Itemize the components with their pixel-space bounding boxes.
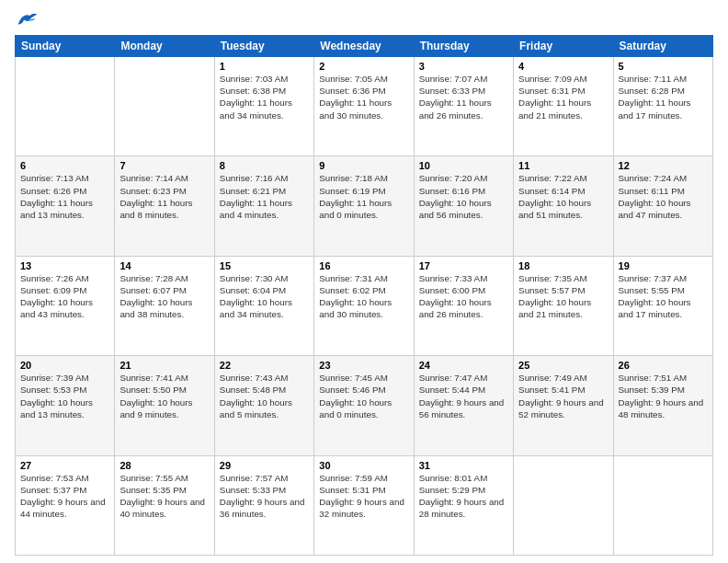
calendar-cell: 14Sunrise: 7:28 AM Sunset: 6:07 PM Dayli… [115,256,214,355]
calendar-cell: 9Sunrise: 7:18 AM Sunset: 6:19 PM Daylig… [314,156,414,256]
day-number: 29 [220,460,309,471]
day-number: 1 [220,61,309,72]
calendar-cell: 11Sunrise: 7:22 AM Sunset: 6:14 PM Dayli… [514,156,613,256]
calendar-cell: 22Sunrise: 7:43 AM Sunset: 5:48 PM Dayli… [214,356,313,455]
day-number: 8 [220,160,309,171]
calendar-cell [115,57,214,156]
calendar-cell: 3Sunrise: 7:07 AM Sunset: 6:33 PM Daylig… [414,57,513,156]
day-number: 17 [419,260,508,271]
day-number: 26 [619,360,708,371]
calendar-cell: 1Sunrise: 7:03 AM Sunset: 6:38 PM Daylig… [214,57,313,156]
calendar-header-row: SundayMondayTuesdayWednesdayThursdayFrid… [16,36,713,57]
logo-bird-icon [17,11,39,28]
day-number: 28 [119,460,209,471]
weekday-header: Tuesday [214,36,313,57]
day-info: Sunrise: 7:39 AM Sunset: 5:53 PM Dayligh… [20,372,109,420]
calendar-cell: 25Sunrise: 7:49 AM Sunset: 5:41 PM Dayli… [514,356,613,455]
calendar-week-row: 20Sunrise: 7:39 AM Sunset: 5:53 PM Dayli… [16,356,713,455]
logo-text [15,11,39,28]
day-number: 16 [319,260,408,271]
day-number: 12 [619,160,708,171]
day-number: 2 [319,61,408,72]
day-info: Sunrise: 7:35 AM Sunset: 5:57 PM Dayligh… [518,272,608,321]
weekday-header: Monday [115,36,214,57]
day-number: 21 [119,360,209,371]
day-number: 3 [419,61,508,72]
day-info: Sunrise: 7:55 AM Sunset: 5:35 PM Dayligh… [119,472,209,521]
day-number: 14 [119,260,209,271]
day-info: Sunrise: 7:18 AM Sunset: 6:19 PM Dayligh… [319,172,408,221]
calendar-cell: 13Sunrise: 7:26 AM Sunset: 6:09 PM Dayli… [16,256,115,355]
day-info: Sunrise: 7:07 AM Sunset: 6:33 PM Dayligh… [419,73,508,121]
day-info: Sunrise: 8:01 AM Sunset: 5:29 PM Dayligh… [419,472,508,521]
day-info: Sunrise: 7:26 AM Sunset: 6:09 PM Dayligh… [20,272,109,321]
calendar-cell: 29Sunrise: 7:57 AM Sunset: 5:33 PM Dayli… [214,455,313,555]
day-info: Sunrise: 7:03 AM Sunset: 6:38 PM Dayligh… [220,73,309,121]
day-number: 5 [619,61,708,72]
day-info: Sunrise: 7:53 AM Sunset: 5:37 PM Dayligh… [20,472,109,521]
calendar-cell: 21Sunrise: 7:41 AM Sunset: 5:50 PM Dayli… [115,356,214,455]
day-number: 11 [518,160,608,171]
day-info: Sunrise: 7:28 AM Sunset: 6:07 PM Dayligh… [119,272,209,321]
calendar-cell: 27Sunrise: 7:53 AM Sunset: 5:37 PM Dayli… [16,455,115,555]
calendar-cell: 20Sunrise: 7:39 AM Sunset: 5:53 PM Dayli… [16,356,115,455]
calendar-cell: 7Sunrise: 7:14 AM Sunset: 6:23 PM Daylig… [115,156,214,256]
day-info: Sunrise: 7:33 AM Sunset: 6:00 PM Dayligh… [419,272,508,321]
logo [15,11,39,28]
calendar-cell: 10Sunrise: 7:20 AM Sunset: 6:16 PM Dayli… [414,156,513,256]
calendar-cell: 12Sunrise: 7:24 AM Sunset: 6:11 PM Dayli… [613,156,712,256]
day-info: Sunrise: 7:16 AM Sunset: 6:21 PM Dayligh… [220,172,309,221]
day-info: Sunrise: 7:24 AM Sunset: 6:11 PM Dayligh… [619,172,708,221]
day-info: Sunrise: 7:14 AM Sunset: 6:23 PM Dayligh… [119,172,209,221]
day-info: Sunrise: 7:49 AM Sunset: 5:41 PM Dayligh… [518,372,608,420]
day-number: 22 [220,360,309,371]
calendar-cell [514,455,613,555]
calendar-week-row: 27Sunrise: 7:53 AM Sunset: 5:37 PM Dayli… [16,455,713,555]
calendar-cell: 16Sunrise: 7:31 AM Sunset: 6:02 PM Dayli… [314,256,414,355]
day-number: 7 [119,160,209,171]
weekday-header: Wednesday [314,36,414,57]
page: SundayMondayTuesdayWednesdayThursdayFrid… [0,0,728,563]
day-number: 20 [20,360,109,371]
day-info: Sunrise: 7:47 AM Sunset: 5:44 PM Dayligh… [419,372,508,420]
calendar-cell: 17Sunrise: 7:33 AM Sunset: 6:00 PM Dayli… [414,256,513,355]
calendar-cell: 19Sunrise: 7:37 AM Sunset: 5:55 PM Dayli… [613,256,712,355]
day-number: 4 [518,61,608,72]
day-number: 27 [20,460,109,471]
calendar-week-row: 13Sunrise: 7:26 AM Sunset: 6:09 PM Dayli… [16,256,713,355]
day-number: 6 [20,160,109,171]
weekday-header: Sunday [16,36,115,57]
weekday-header: Friday [514,36,613,57]
calendar-cell: 18Sunrise: 7:35 AM Sunset: 5:57 PM Dayli… [514,256,613,355]
day-number: 30 [319,460,408,471]
day-info: Sunrise: 7:30 AM Sunset: 6:04 PM Dayligh… [220,272,309,321]
day-info: Sunrise: 7:05 AM Sunset: 6:36 PM Dayligh… [319,73,408,121]
calendar-cell: 28Sunrise: 7:55 AM Sunset: 5:35 PM Dayli… [115,455,214,555]
calendar-week-row: 1Sunrise: 7:03 AM Sunset: 6:38 PM Daylig… [16,57,713,156]
calendar-cell: 15Sunrise: 7:30 AM Sunset: 6:04 PM Dayli… [214,256,313,355]
calendar-cell: 31Sunrise: 8:01 AM Sunset: 5:29 PM Dayli… [414,455,513,555]
weekday-header: Thursday [414,36,513,57]
calendar-cell: 30Sunrise: 7:59 AM Sunset: 5:31 PM Dayli… [314,455,414,555]
day-number: 18 [518,260,608,271]
day-number: 9 [319,160,408,171]
calendar-cell: 6Sunrise: 7:13 AM Sunset: 6:26 PM Daylig… [16,156,115,256]
day-number: 19 [619,260,708,271]
day-number: 23 [319,360,408,371]
day-info: Sunrise: 7:37 AM Sunset: 5:55 PM Dayligh… [619,272,708,321]
day-info: Sunrise: 7:45 AM Sunset: 5:46 PM Dayligh… [319,372,408,420]
day-info: Sunrise: 7:20 AM Sunset: 6:16 PM Dayligh… [419,172,508,221]
calendar-cell: 2Sunrise: 7:05 AM Sunset: 6:36 PM Daylig… [314,57,414,156]
day-info: Sunrise: 7:13 AM Sunset: 6:26 PM Dayligh… [20,172,109,221]
day-info: Sunrise: 7:59 AM Sunset: 5:31 PM Dayligh… [319,472,408,521]
day-info: Sunrise: 7:41 AM Sunset: 5:50 PM Dayligh… [119,372,209,420]
calendar-cell: 8Sunrise: 7:16 AM Sunset: 6:21 PM Daylig… [214,156,313,256]
day-number: 13 [20,260,109,271]
day-number: 15 [220,260,309,271]
day-number: 25 [518,360,608,371]
day-info: Sunrise: 7:51 AM Sunset: 5:39 PM Dayligh… [619,372,708,420]
calendar-cell: 5Sunrise: 7:11 AM Sunset: 6:28 PM Daylig… [613,57,712,156]
day-number: 10 [419,160,508,171]
weekday-header: Saturday [613,36,712,57]
calendar-cell: 4Sunrise: 7:09 AM Sunset: 6:31 PM Daylig… [514,57,613,156]
